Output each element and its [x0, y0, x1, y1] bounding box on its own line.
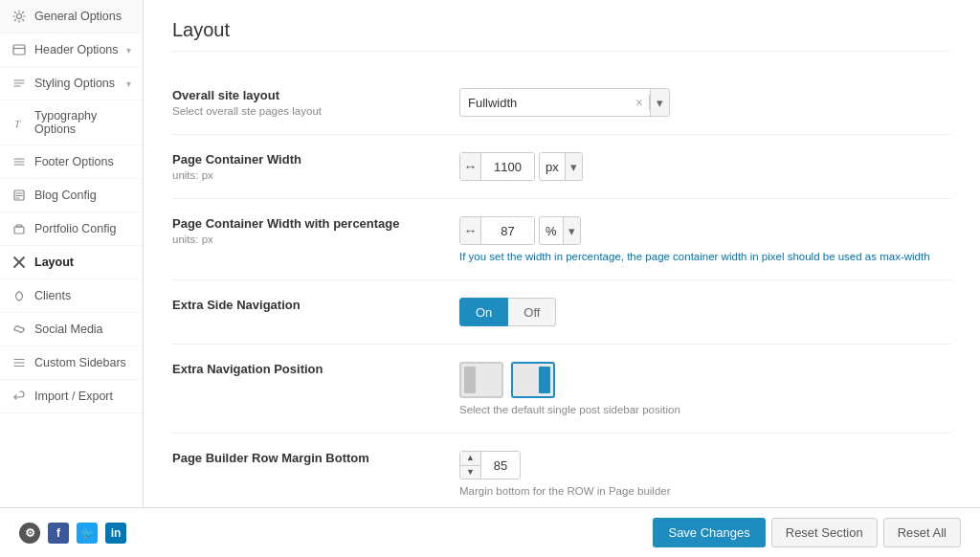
section-row-overall-layout: Overall site layoutSelect overall ste pa…	[172, 71, 951, 135]
chevron-down-icon: ▾	[126, 78, 131, 89]
unit-select[interactable]: px ▾	[539, 152, 583, 181]
clients-icon	[11, 288, 27, 303]
spin-left-btn[interactable]: ↔	[460, 217, 481, 244]
layout-icon	[11, 255, 27, 270]
sidebar-item-portfolio[interactable]: Portfolio Config	[0, 212, 143, 246]
spinner-value: 85	[481, 458, 520, 473]
svg-rect-14	[14, 227, 24, 234]
sidebar-item-import[interactable]: Import / Export	[0, 380, 143, 413]
portfolio-icon	[11, 221, 27, 236]
section-label-container-width: Page Container Width	[172, 152, 440, 167]
section-row-container-width-pct: Page Container Width with percentageunit…	[172, 199, 951, 280]
spin-input-wrap: ▲ ▼ 85	[459, 451, 521, 479]
toggle-group: On Off	[459, 298, 951, 326]
section-label-container-width-pct: Page Container Width with percentage	[172, 216, 440, 231]
unit-value: %	[540, 224, 563, 238]
typography-icon: T	[11, 115, 27, 130]
overall-layout-select[interactable]: Fullwidth × ▾	[459, 88, 670, 117]
sidebar-item-blog[interactable]: Blog Config	[0, 179, 143, 212]
linkedin-icon[interactable]: in	[105, 523, 126, 544]
section-desc-container-width-pct: units: px	[172, 234, 440, 245]
sidebar: General OptionsHeader Options▾Styling Op…	[0, 0, 144, 507]
reset-section-button[interactable]: Reset Section	[771, 518, 878, 547]
chevron-down-icon: ▾	[126, 45, 131, 56]
chevron-down-icon[interactable]: ▾	[563, 217, 580, 244]
footer-bar: ⚙ f 🐦 in Save Changes Reset Section Rese…	[0, 507, 980, 557]
unit-value: px	[540, 160, 565, 174]
sidebar-item-general[interactable]: General Options	[0, 0, 143, 33]
sidebar-item-layout[interactable]: Layout	[0, 246, 143, 279]
main-content: Layout Overall site layoutSelect overall…	[144, 0, 980, 507]
sidebar-item-label-general: General Options	[34, 10, 131, 23]
sidebar-item-label-sidebars: Custom Sidebars	[34, 356, 131, 369]
toggle-off-button[interactable]: Off	[508, 298, 556, 326]
sidebar-item-footer[interactable]: Footer Options	[0, 145, 143, 179]
select-value: Fullwidth	[460, 96, 630, 110]
sidebar-item-label-header: Header Options	[34, 43, 119, 56]
sidebar-item-label-import: Import / Export	[34, 390, 131, 403]
dropdown-wrapper: Fullwidth × ▾	[459, 88, 951, 117]
section-label-extra-nav-position: Extra Navigation Position	[172, 362, 440, 376]
nav-pos-left[interactable]	[459, 362, 503, 398]
chevron-down-icon[interactable]: ▾	[650, 89, 669, 116]
facebook-icon[interactable]: f	[48, 523, 69, 544]
section-label-extra-side-nav: Extra Side Navigation	[172, 298, 440, 312]
nav-pos-left-indicator	[464, 367, 476, 393]
sidebar-item-label-footer: Footer Options	[34, 155, 131, 168]
styling-icon	[11, 76, 27, 91]
sidebar-item-sidebars[interactable]: Custom Sidebars	[0, 346, 143, 380]
footer-actions: Save Changes Reset Section Reset All	[653, 518, 961, 547]
section-hint-row-margin: Margin bottom for the ROW in Page builde…	[459, 485, 951, 497]
page-title: Layout	[172, 19, 951, 52]
sidebar-item-typography[interactable]: TTypography Options	[0, 100, 143, 145]
select-clear-icon[interactable]: ×	[630, 95, 650, 110]
section-row-extra-side-nav: Extra Side Navigation On Off	[172, 280, 951, 345]
number-input-wrap: ↔	[459, 152, 535, 181]
sidebar-item-label-blog: Blog Config	[34, 189, 131, 202]
sidebar-item-label-layout: Layout	[34, 256, 131, 269]
sidebars-icon	[11, 355, 27, 370]
footer-icon	[11, 154, 27, 169]
spin-buttons: ▲ ▼	[460, 452, 481, 479]
section-row-extra-nav-position: Extra Navigation Position Select the def…	[172, 345, 951, 434]
nav-pos-right-indicator	[539, 367, 550, 393]
sidebar-item-header[interactable]: Header Options▾	[0, 33, 143, 67]
number-input[interactable]	[481, 153, 534, 180]
spin-left-btn[interactable]: ↔	[460, 153, 481, 180]
blog-icon	[11, 188, 27, 203]
nav-pos-right[interactable]	[511, 362, 555, 398]
header-icon	[11, 42, 27, 57]
toggle-on-button[interactable]: On	[459, 298, 508, 326]
number-unit-group: ↔ % ▾	[459, 216, 951, 245]
spin-down-btn[interactable]: ▼	[460, 466, 480, 479]
section-desc-overall-layout: Select overall ste pages layout	[172, 105, 440, 117]
section-label-overall-layout: Overall site layout	[172, 88, 440, 102]
section-hint-container-width-pct: If you set the width in percentage, the …	[459, 251, 951, 262]
social-icon	[11, 322, 27, 337]
twitter-icon[interactable]: 🐦	[77, 523, 98, 544]
sidebar-item-label-clients: Clients	[34, 289, 131, 302]
unit-select[interactable]: % ▾	[539, 216, 581, 245]
spinner-group: ▲ ▼ 85	[459, 451, 951, 479]
reset-all-button[interactable]: Reset All	[883, 518, 961, 547]
sidebar-item-styling[interactable]: Styling Options▾	[0, 67, 143, 100]
sidebar-item-label-typography: Typography Options	[34, 109, 131, 136]
chevron-down-icon[interactable]: ▾	[565, 153, 582, 180]
sidebar-item-social[interactable]: Social Media	[0, 313, 143, 346]
gear-icon	[11, 9, 27, 24]
footer-icons: ⚙ f 🐦 in	[19, 523, 645, 544]
save-button[interactable]: Save Changes	[653, 518, 765, 547]
spin-up-btn[interactable]: ▲	[460, 452, 480, 466]
settings-icon[interactable]: ⚙	[19, 523, 40, 544]
section-row-row-margin: Page Builder Row Margin Bottom ▲ ▼ 85 Ma…	[172, 434, 951, 507]
nav-position-group	[459, 362, 951, 398]
sidebar-item-clients[interactable]: Clients	[0, 279, 143, 313]
number-input[interactable]	[481, 217, 534, 244]
sidebar-item-label-styling: Styling Options	[34, 77, 119, 90]
section-hint-extra-nav-position: Select the default single post sidebar p…	[459, 404, 951, 415]
sidebar-item-label-social: Social Media	[34, 323, 131, 336]
number-input-wrap: ↔	[459, 216, 535, 245]
number-unit-group: ↔ px ▾	[459, 152, 951, 181]
svg-rect-1	[13, 45, 25, 55]
section-row-container-width: Page Container Widthunits: px ↔ px ▾	[172, 135, 951, 199]
